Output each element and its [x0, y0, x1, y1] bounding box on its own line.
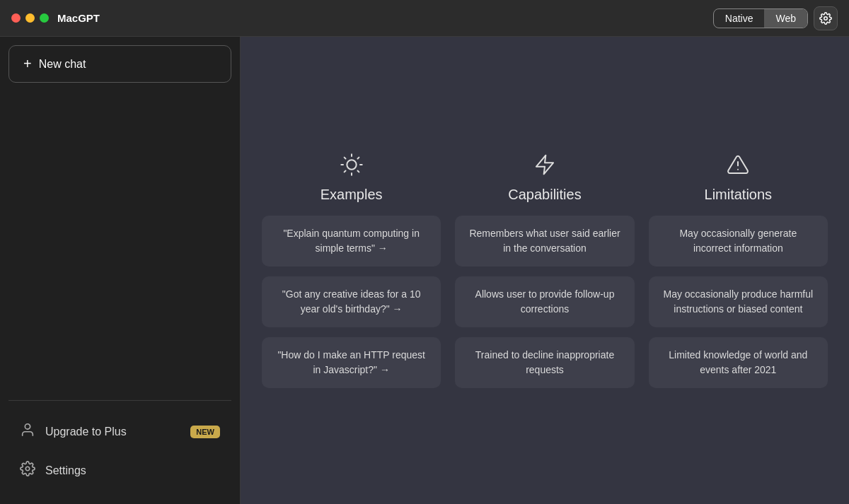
limitations-title: Limitations: [705, 187, 773, 203]
mode-native-button[interactable]: Native: [714, 9, 765, 28]
new-badge: NEW: [190, 426, 220, 438]
sun-icon: [340, 153, 363, 180]
svg-point-1: [25, 424, 30, 429]
limitations-column: Limitations May occasionally generate in…: [649, 153, 828, 388]
sidebar-item-upgrade[interactable]: Upgrade to Plus NEW: [8, 412, 231, 451]
limitation-card-3: Limited knowledge of world and events af…: [649, 337, 828, 388]
new-chat-button[interactable]: + New chat: [8, 45, 231, 83]
title-bar-left: MacGPT: [11, 12, 100, 24]
limitation-card-2: May occasionally produce harmful instruc…: [649, 276, 828, 327]
examples-column: Examples "Explain quantum computing in s…: [262, 153, 441, 388]
gear-icon: [819, 12, 832, 25]
example-card-2[interactable]: "Got any creative ideas for a 10 year ol…: [262, 276, 441, 327]
svg-marker-12: [536, 155, 553, 174]
traffic-light-green[interactable]: [40, 13, 49, 23]
svg-line-10: [344, 170, 345, 172]
settings-gear-button[interactable]: [814, 6, 838, 30]
title-bar: MacGPT Native Web: [0, 0, 849, 37]
examples-title: Examples: [320, 187, 383, 203]
sidebar-spacer: [8, 90, 231, 394]
lightning-icon: [533, 153, 556, 180]
mode-web-button[interactable]: Web: [764, 9, 807, 28]
settings-icon: [20, 461, 35, 480]
main-layout: + New chat Upgrade to Plus NEW: [0, 37, 849, 504]
sidebar-bottom: Upgrade to Plus NEW Settings: [8, 406, 231, 496]
example-card-1[interactable]: "Explain quantum computing in simple ter…: [262, 216, 441, 266]
limitation-card-1: May occasionally generate incorrect info…: [649, 216, 828, 266]
capabilities-column: Capabilities Remembers what user said ea…: [455, 153, 634, 388]
capabilities-header: Capabilities: [508, 153, 581, 203]
sidebar: + New chat Upgrade to Plus NEW: [0, 37, 241, 504]
svg-line-7: [357, 170, 359, 172]
user-icon: [20, 422, 35, 441]
app-title: MacGPT: [57, 12, 100, 24]
capability-card-2: Allows user to provide follow-up correct…: [455, 276, 634, 327]
capability-card-3: Trained to decline inappropriate request…: [455, 337, 634, 388]
plus-icon: +: [23, 56, 32, 72]
sidebar-item-settings[interactable]: Settings: [8, 451, 231, 490]
svg-line-6: [344, 157, 345, 158]
svg-line-11: [357, 157, 359, 158]
limitations-header: Limitations: [705, 153, 773, 203]
capabilities-title: Capabilities: [508, 187, 581, 203]
svg-point-3: [347, 160, 356, 169]
traffic-light-yellow[interactable]: [25, 13, 35, 23]
mode-toggle: Native Web: [713, 8, 808, 28]
svg-point-0: [824, 16, 828, 20]
title-bar-right: Native Web: [713, 6, 838, 30]
columns-container: Examples "Explain quantum computing in s…: [262, 153, 828, 388]
upgrade-label: Upgrade to Plus: [45, 426, 127, 438]
example-card-3[interactable]: "How do I make an HTTP request in Javasc…: [262, 337, 441, 388]
warning-icon: [727, 153, 749, 180]
content-area: Examples "Explain quantum computing in s…: [241, 37, 849, 504]
traffic-light-red[interactable]: [11, 13, 21, 23]
traffic-lights: [11, 13, 49, 23]
settings-label: Settings: [45, 464, 86, 477]
svg-point-2: [25, 467, 30, 471]
new-chat-label: New chat: [39, 58, 86, 71]
sidebar-divider: [8, 400, 231, 401]
capability-card-1: Remembers what user said earlier in the …: [455, 216, 634, 266]
examples-header: Examples: [320, 153, 383, 203]
